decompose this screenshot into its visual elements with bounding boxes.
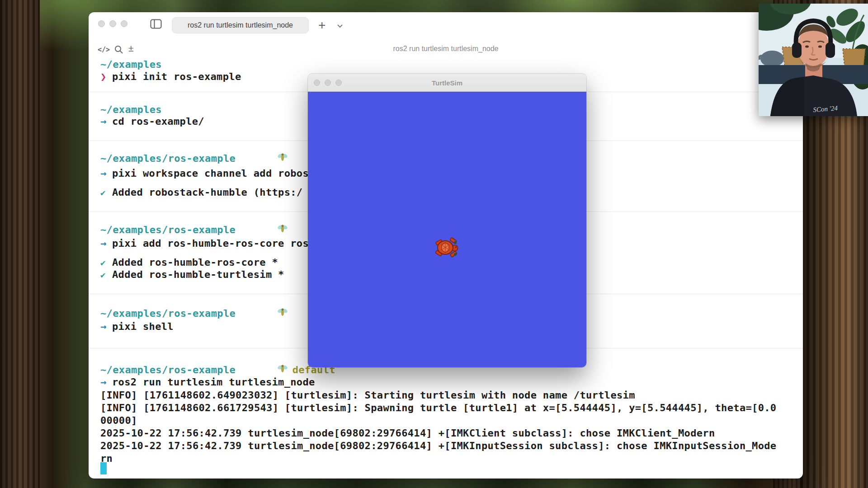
result-line: ✔Added ros-humble-turtlesim * bbox=[100, 268, 284, 281]
log-line: 2025-10-22 17:56:42.739 turtlesim_node[6… bbox=[100, 427, 715, 439]
log-line: 2025-10-22 17:56:42.739 turtlesim_node[6… bbox=[100, 440, 776, 452]
tab-title: ros2 run turtlesim turtlesim_node bbox=[188, 21, 293, 29]
prompt-arrow-icon: → bbox=[100, 168, 112, 179]
terminal-cursor bbox=[100, 462, 107, 474]
command-line: ❯pixi init ros-example bbox=[100, 70, 241, 83]
prompt-path: ~/examples bbox=[100, 58, 162, 70]
result-line: ✔Added robostack-humble (https:/ bbox=[100, 186, 302, 198]
log-line: 00000] bbox=[100, 414, 137, 427]
close-button[interactable] bbox=[98, 20, 105, 27]
prompt-path: ~/examples bbox=[100, 103, 162, 116]
prompt-arrow-icon: → bbox=[100, 321, 112, 332]
tree-trunk-left bbox=[0, 0, 40, 488]
result-line: ✔Added ros-humble-ros-core * bbox=[100, 256, 278, 268]
prompt-path: ~/examples/ros-example bbox=[100, 224, 288, 236]
window-title: TurtleSim bbox=[308, 74, 586, 92]
turtle-sprite bbox=[434, 236, 459, 261]
log-line: [INFO] [1761148602.661729543] [turtlesim… bbox=[100, 402, 776, 414]
prompt-arrow-icon: → bbox=[100, 116, 112, 127]
prompt-path: ~/examples/ros-example default bbox=[100, 364, 335, 376]
pixi-fairy-icon bbox=[240, 296, 288, 331]
prompt-arrow-icon: → bbox=[100, 238, 112, 249]
sidebar-toggle-icon[interactable] bbox=[150, 19, 162, 29]
command-line: →pixi shell bbox=[100, 320, 174, 333]
turtlesim-canvas bbox=[308, 92, 586, 367]
command-line: →cd ros-example/ bbox=[100, 115, 204, 127]
zoom-button[interactable] bbox=[121, 20, 127, 27]
window-controls bbox=[98, 20, 127, 27]
prompt-chevron-icon: ❯ bbox=[100, 71, 112, 82]
prompt-path: ~/examples/ros-example bbox=[100, 152, 288, 164]
turtlesim-titlebar[interactable]: TurtleSim bbox=[308, 74, 586, 92]
check-icon: ✔ bbox=[100, 270, 112, 280]
webcam-overlay: SCon '24 bbox=[759, 4, 868, 116]
prompt-arrow-icon: → bbox=[100, 376, 112, 388]
terminal-tab[interactable]: ros2 run turtlesim turtlesim_node bbox=[172, 17, 309, 33]
check-icon: ✔ bbox=[100, 188, 112, 197]
command-line: →ros2 run turtlesim turtlesim_node bbox=[100, 376, 315, 388]
command-line: →pixi add ros-humble-ros-core ros bbox=[100, 237, 309, 249]
turtlesim-window: TurtleSim bbox=[308, 74, 586, 367]
command-line: →pixi workspace channel add robos bbox=[100, 167, 309, 179]
new-tab-icon[interactable]: + bbox=[318, 19, 326, 32]
log-line: [INFO] [1761148602.649023032] [turtlesim… bbox=[100, 389, 635, 401]
check-icon: ✔ bbox=[100, 258, 112, 267]
minimize-button[interactable] bbox=[109, 20, 116, 27]
chevron-down-icon[interactable] bbox=[336, 22, 344, 30]
block-header-command: ros2 run turtlesim turtlesim_node bbox=[89, 45, 803, 53]
